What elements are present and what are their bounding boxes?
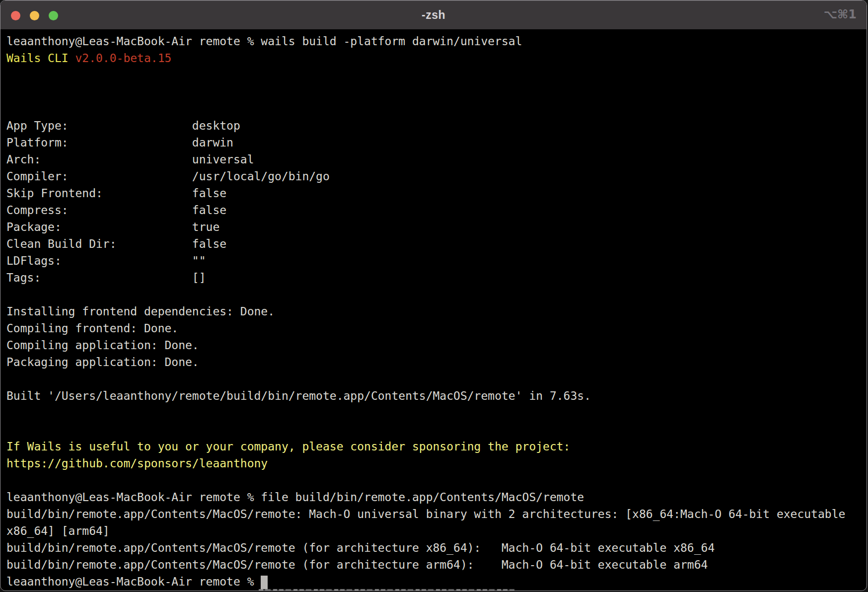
config-row: LDFlags:"" bbox=[6, 252, 863, 269]
titlebar[interactable]: -zsh ⌥⌘1 bbox=[0, 0, 867, 29]
blank-line bbox=[6, 286, 863, 303]
prompt-line-file: leaanthony@Leas-MacBook-Air remote % fil… bbox=[6, 489, 863, 506]
terminal-cursor bbox=[261, 576, 268, 590]
config-row: Clean Build Dir:false bbox=[6, 235, 863, 252]
file-output-line: build/bin/remote.app/Contents/MacOS/remo… bbox=[6, 539, 863, 556]
config-row: Skip Frontend:false bbox=[6, 185, 863, 202]
config-row: Platform:darwin bbox=[6, 134, 863, 151]
build-step-line: Compiling frontend: Done. bbox=[6, 320, 863, 337]
config-value: [] bbox=[192, 271, 206, 284]
sponsor-message-line: If Wails is useful to you or your compan… bbox=[6, 438, 863, 455]
config-row: Compress:false bbox=[6, 202, 863, 219]
blank-line bbox=[6, 370, 863, 387]
prompt-text: leaanthony@Leas-MacBook-Air remote % bbox=[6, 575, 261, 588]
config-label: Platform: bbox=[6, 134, 192, 151]
clipped-text-artifact bbox=[259, 589, 514, 591]
blank-line bbox=[6, 404, 863, 421]
blank-line bbox=[6, 472, 863, 489]
config-row: App Type:desktop bbox=[6, 117, 863, 134]
config-label: Skip Frontend: bbox=[6, 185, 192, 202]
config-label: Package: bbox=[6, 219, 192, 235]
config-value: universal bbox=[192, 153, 254, 166]
prompt-line-build: leaanthony@Leas-MacBook-Air remote % wai… bbox=[6, 33, 863, 50]
config-value: /usr/local/go/bin/go bbox=[192, 170, 330, 183]
config-label: Arch: bbox=[6, 151, 192, 168]
file-output-line: build/bin/remote.app/Contents/MacOS/remo… bbox=[6, 556, 863, 573]
config-row: Compiler:/usr/local/go/bin/go bbox=[6, 168, 863, 185]
build-step-line: Compiling application: Done. bbox=[6, 337, 863, 354]
config-value: false bbox=[192, 187, 226, 200]
config-row: Tags:[] bbox=[6, 269, 863, 286]
traffic-lights bbox=[11, 1, 58, 30]
config-label: Compiler: bbox=[6, 168, 192, 185]
blank-line bbox=[6, 67, 863, 83]
wails-cli-version-line: Wails CLI v2.0.0-beta.15 bbox=[6, 50, 863, 67]
config-label: Clean Build Dir: bbox=[6, 235, 192, 252]
terminal-window: -zsh ⌥⌘1 leaanthony@Leas-MacBook-Air rem… bbox=[0, 0, 867, 591]
config-value: desktop bbox=[192, 119, 240, 132]
blank-line bbox=[6, 100, 863, 117]
config-value: darwin bbox=[192, 136, 233, 149]
built-result-line: Built '/Users/leaanthony/remote/build/bi… bbox=[6, 387, 863, 404]
window-title: -zsh bbox=[422, 8, 445, 22]
config-value: false bbox=[192, 204, 226, 217]
tab-shortcut-icon: ⌥⌘1 bbox=[823, 7, 857, 21]
build-step-line: Installing frontend dependencies: Done. bbox=[6, 303, 863, 320]
build-step-line: Packaging application: Done. bbox=[6, 354, 863, 370]
config-value: false bbox=[192, 237, 226, 250]
config-label: LDFlags: bbox=[6, 252, 192, 269]
minimize-button[interactable] bbox=[30, 11, 39, 20]
terminal-screen[interactable]: leaanthony@Leas-MacBook-Air remote % wai… bbox=[0, 29, 867, 591]
config-row: Package:true bbox=[6, 219, 863, 235]
config-row: Arch:universal bbox=[6, 151, 863, 168]
close-button[interactable] bbox=[11, 11, 20, 20]
config-label: Tags: bbox=[6, 269, 192, 286]
file-output-line: x86_64] [arm64] bbox=[6, 522, 863, 539]
config-value: true bbox=[192, 221, 219, 233]
config-label: Compress: bbox=[6, 202, 192, 219]
blank-line bbox=[6, 83, 863, 100]
wails-cli-name: Wails CLI bbox=[6, 52, 75, 65]
blank-line bbox=[6, 421, 863, 438]
zoom-button[interactable] bbox=[49, 11, 58, 20]
sponsor-link[interactable]: https://github.com/sponsors/leaanthony bbox=[6, 455, 863, 472]
config-label: App Type: bbox=[6, 117, 192, 134]
prompt-line-current[interactable]: leaanthony@Leas-MacBook-Air remote % bbox=[6, 573, 863, 590]
wails-cli-version: v2.0.0-beta.15 bbox=[75, 52, 171, 65]
file-output-line: build/bin/remote.app/Contents/MacOS/remo… bbox=[6, 506, 863, 522]
config-value: "" bbox=[192, 254, 206, 267]
